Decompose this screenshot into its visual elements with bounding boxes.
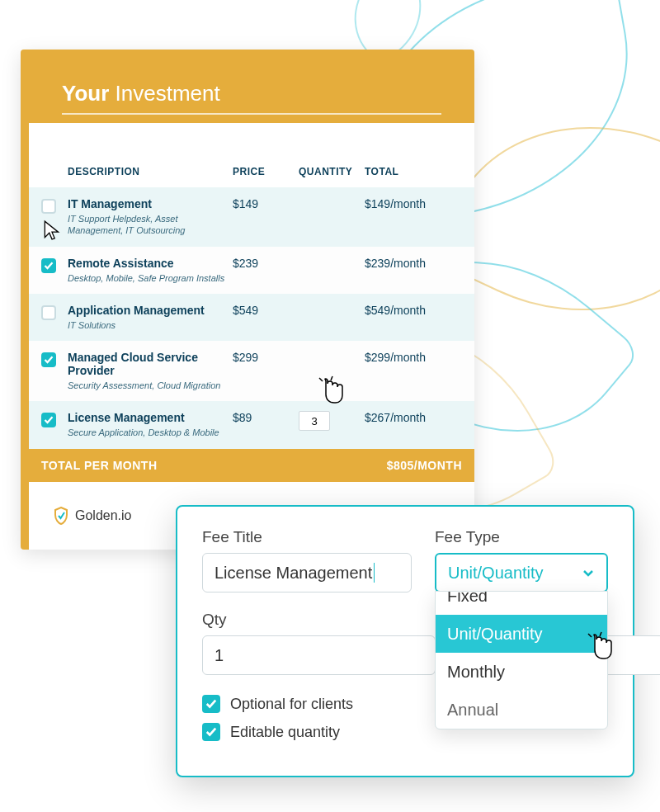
row-checkbox[interactable] [41,199,56,214]
table-row: License Management Secure Application, D… [29,401,474,448]
fee-type-dropdown: Fixed Unit/Quantity Monthly Annual [435,591,608,729]
item-name: IT Management [68,197,233,210]
table-header-row: DESCRIPTION PRICE QUANTITY TOTAL [29,156,474,187]
item-price: $89 [233,411,299,424]
fee-type-option-fixed[interactable]: Fixed [436,591,607,615]
chevron-down-icon [582,566,595,579]
brand-name: Golden.io [75,508,132,523]
fee-type-option-unit-quantity[interactable]: Unit/Quantity [436,615,607,653]
total-row: TOTAL PER MONTH $805/MONTH [29,449,474,482]
item-name: License Management [68,411,233,424]
fee-type-option-monthly[interactable]: Monthly [436,653,607,691]
checkbox-label: Optional for clients [230,696,353,713]
brand-shield-icon [54,507,68,525]
quantity-input[interactable] [299,411,330,431]
item-total: $267/month [365,411,462,424]
item-price: $239 [233,257,299,270]
fee-title-input[interactable]: License Management [202,553,412,592]
item-total: $299/month [365,351,462,364]
table-row: IT Management IT Support Helpdesk, Asset… [29,187,474,247]
fee-editor-panel: Fee Title License Management Fee Type Un… [176,505,634,777]
checkbox-label: Editable quantity [230,724,340,741]
col-description: DESCRIPTION [68,166,233,177]
item-price: $299 [233,351,299,364]
row-checkbox[interactable] [41,413,56,427]
item-total: $149/month [365,197,462,210]
table-row: Application Management IT Solutions $549… [29,294,474,341]
fee-type-select[interactable]: Unit/Quantity [435,553,608,592]
investment-panel: Your Investment DESCRIPTION PRICE QUANTI… [21,50,474,550]
fee-title-label: Fee Title [202,528,412,546]
row-checkbox[interactable] [41,258,56,273]
item-subtext: Security Assessment, Cloud Migration [68,380,233,391]
row-checkbox[interactable] [41,305,56,320]
qty-label: Qty [202,611,436,629]
item-price: $149 [233,197,299,210]
col-total: TOTAL [365,166,462,177]
item-subtext: Desktop, Mobile, Safe Program Installs [68,272,233,284]
panel-header: Your Investment [29,58,474,123]
total-value: $805/MONTH [387,459,462,472]
col-price: PRICE [233,166,299,177]
text-caret-icon [374,563,375,583]
fee-type-option-annual[interactable]: Annual [436,691,607,729]
item-total: $239/month [365,257,462,270]
item-subtext: IT Solutions [68,319,233,331]
col-quantity: QUANTITY [299,166,365,177]
row-checkbox[interactable] [41,352,56,367]
item-qty [299,411,365,431]
invoice-body: DESCRIPTION PRICE QUANTITY TOTAL IT Mana… [29,123,474,550]
total-label: TOTAL PER MONTH [41,459,387,472]
page-title: Your Investment [62,81,441,115]
table-row: Remote Assistance Desktop, Mobile, Safe … [29,247,474,294]
item-price: $549 [233,304,299,317]
fee-type-label: Fee Type [435,528,608,546]
item-name: Application Management [68,304,233,317]
item-total: $549/month [365,304,462,317]
qty-input[interactable] [202,635,436,675]
item-subtext: Secure Application, Desktop & Mobile [68,427,233,438]
table-row: Managed Cloud Service Provider Security … [29,341,474,401]
item-name: Remote Assistance [68,257,233,270]
item-subtext: IT Support Helpdesk, Asset Management, I… [68,213,233,237]
item-name: Managed Cloud Service Provider [68,351,233,377]
